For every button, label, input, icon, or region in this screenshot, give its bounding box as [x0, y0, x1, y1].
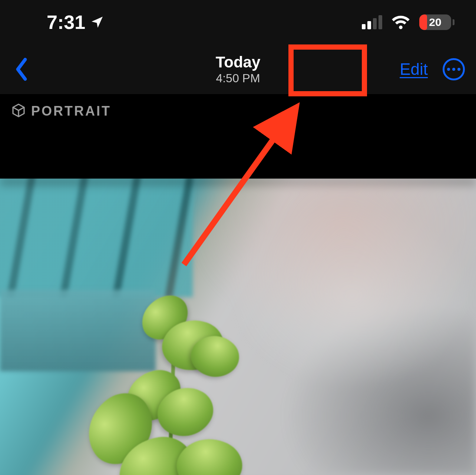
status-bar: 7:31 20 — [0, 0, 476, 44]
content-area: PORTRAIT — [0, 94, 476, 475]
annotation-highlight — [288, 44, 367, 96]
cube-icon — [11, 103, 26, 119]
battery-indicator: 20 — [419, 14, 454, 30]
battery-percent: 20 — [419, 16, 451, 29]
wifi-icon — [391, 15, 410, 30]
nav-actions: Edit — [400, 58, 465, 80]
chevron-left-icon — [13, 57, 30, 82]
back-button[interactable] — [13, 57, 43, 82]
nav-bar: Today 4:50 PM Edit — [0, 44, 476, 94]
more-button[interactable] — [443, 58, 465, 80]
status-left: 7:31 — [47, 11, 105, 33]
ellipsis-icon — [447, 68, 450, 71]
portrait-badge: PORTRAIT — [11, 103, 111, 119]
status-right: 20 — [362, 14, 454, 30]
nav-title-primary: Today — [216, 53, 261, 71]
portrait-label: PORTRAIT — [31, 103, 111, 119]
status-time: 7:31 — [47, 11, 85, 33]
cellular-signal-icon — [362, 15, 382, 29]
nav-title-time: 4:50 PM — [216, 71, 261, 85]
location-icon — [90, 15, 105, 30]
edit-button[interactable]: Edit — [400, 60, 428, 79]
nav-title: Today 4:50 PM — [216, 53, 261, 86]
photo-viewer[interactable] — [0, 179, 476, 475]
